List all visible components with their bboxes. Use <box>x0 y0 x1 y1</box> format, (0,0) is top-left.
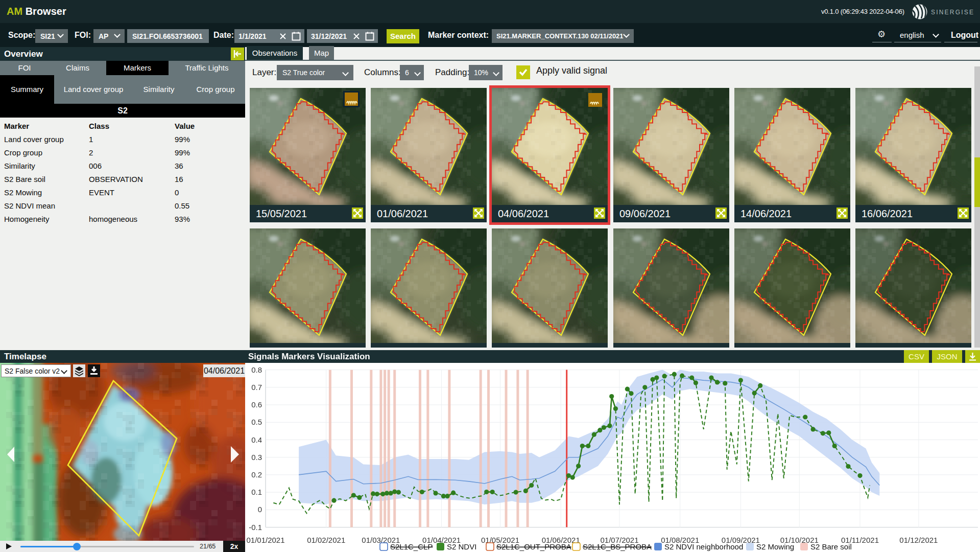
svg-text:S2L1C_OUT_PROBA: S2L1C_OUT_PROBA <box>496 542 571 551</box>
svg-text:S2L1C_CLP: S2L1C_CLP <box>390 542 433 551</box>
svg-text:01/02/2021: 01/02/2021 <box>307 536 345 544</box>
svg-text:0: 0 <box>258 505 262 514</box>
svg-text:-0.1: -0.1 <box>249 523 262 532</box>
svg-text:0.1: 0.1 <box>251 488 262 496</box>
svg-text:S2 Bare soil: S2 Bare soil <box>810 542 852 551</box>
svg-text:S2 NDVI: S2 NDVI <box>447 542 476 551</box>
svg-text:0.4: 0.4 <box>251 435 262 444</box>
svg-text:0.8: 0.8 <box>251 365 262 374</box>
svg-text:0.6: 0.6 <box>251 400 262 409</box>
svg-text:0.5: 0.5 <box>251 418 262 426</box>
svg-text:01/01/2021: 01/01/2021 <box>246 536 284 544</box>
svg-text:01/12/2021: 01/12/2021 <box>899 536 938 544</box>
svg-text:S2 Mowing: S2 Mowing <box>756 542 794 551</box>
svg-text:S2 NDVI neighborhood: S2 NDVI neighborhood <box>664 542 743 551</box>
svg-text:S2L1C_BS_PROBA: S2L1C_BS_PROBA <box>583 542 652 551</box>
svg-text:0.2: 0.2 <box>251 470 262 479</box>
svg-text:0.3: 0.3 <box>251 453 262 462</box>
svg-text:0.7: 0.7 <box>251 383 262 392</box>
